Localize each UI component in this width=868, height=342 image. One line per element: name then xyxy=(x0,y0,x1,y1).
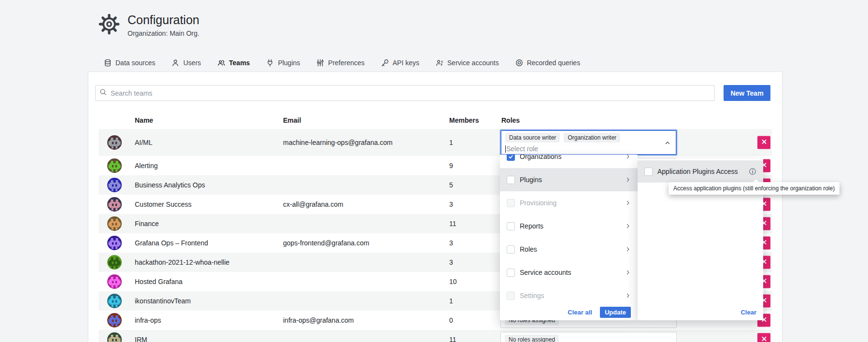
team-email: infra-ops@grafana.com xyxy=(283,316,354,324)
delete-team-button[interactable] xyxy=(757,136,770,149)
new-team-button[interactable]: New Team xyxy=(724,85,770,101)
role-group-provisioning[interactable]: Provisioning xyxy=(500,191,638,214)
checkbox[interactable] xyxy=(507,222,515,230)
search-icon xyxy=(100,88,107,98)
close-icon xyxy=(761,336,767,342)
team-name[interactable]: Alerting xyxy=(135,162,157,170)
role-group-settings[interactable]: Settings xyxy=(500,284,638,307)
team-name[interactable]: Hosted Grafana xyxy=(135,278,183,285)
team-name[interactable]: infra-ops xyxy=(135,316,161,324)
team-name[interactable]: Customer Success xyxy=(135,200,191,208)
team-name[interactable]: hackathon-2021-12-whoa-nellie xyxy=(135,258,229,266)
page-title: Configuration xyxy=(128,13,199,27)
avatar xyxy=(107,255,122,270)
role-tag: No roles assigned xyxy=(505,335,559,342)
avatar xyxy=(107,178,122,192)
search-box xyxy=(95,85,715,101)
team-members-count: 0 xyxy=(449,316,453,324)
team-members-count: 1 xyxy=(449,297,453,305)
team-members-count: 3 xyxy=(449,239,453,247)
team-members-count: 11 xyxy=(449,336,456,342)
column-header-name: Name xyxy=(135,116,153,124)
avatar xyxy=(107,313,122,328)
tab-data-sources[interactable]: Data sources xyxy=(98,54,161,71)
chevron-right-icon xyxy=(625,246,631,252)
avatar xyxy=(107,158,122,173)
avatar xyxy=(107,274,122,289)
checkbox[interactable] xyxy=(507,292,515,300)
role-picker-select[interactable]: Data source writerOrganization writer Se… xyxy=(500,130,677,155)
tab-api-keys[interactable]: API keys xyxy=(375,54,425,71)
table-row: AI/ML machine-learning-ops@grafana.com 1… xyxy=(99,129,772,156)
chevron-up-icon[interactable] xyxy=(664,140,671,148)
avatar xyxy=(107,332,122,342)
chevron-right-icon xyxy=(625,177,631,183)
checkbox[interactable] xyxy=(644,168,653,176)
info-icon[interactable] xyxy=(749,168,756,175)
column-header-roles: Roles xyxy=(501,116,520,124)
checkbox[interactable] xyxy=(507,176,515,184)
team-email: machine-learning-ops@grafana.com xyxy=(283,139,393,146)
plug-icon xyxy=(266,59,274,67)
page-header: Configuration Organization: Main Org. xyxy=(98,13,199,37)
column-header-email: Email xyxy=(283,116,301,124)
tab-users[interactable]: Users xyxy=(166,54,207,71)
role-group-reports[interactable]: Reports xyxy=(500,214,638,238)
team-email: gops-frontend@grafana.com xyxy=(283,239,369,247)
checkbox[interactable] xyxy=(507,199,515,207)
role-picker-menu: Organizations Plugins Provisioning Repor… xyxy=(500,155,638,320)
role-select-placeholder: Select role xyxy=(506,145,538,153)
user-arrows-icon xyxy=(436,59,443,67)
team-name[interactable]: IRM xyxy=(135,336,147,342)
team-members-count: 10 xyxy=(449,278,457,285)
tab-teams[interactable]: Teams xyxy=(212,54,256,71)
update-button[interactable]: Update xyxy=(600,307,631,318)
role-application-plugins-access[interactable]: Application Plugins Access xyxy=(638,160,763,183)
delete-team-button[interactable] xyxy=(757,333,770,342)
team-name[interactable]: AI/ML xyxy=(135,139,153,146)
tooltip: Access application plugins (still enforc… xyxy=(669,182,840,195)
avatar xyxy=(107,216,122,231)
checkbox[interactable] xyxy=(507,155,515,161)
chevron-right-icon xyxy=(625,223,631,229)
tab-plugins[interactable]: Plugins xyxy=(260,54,306,71)
table-header: NameEmailMembersRoles xyxy=(99,112,772,129)
role-tag: Data source writer xyxy=(505,133,560,142)
search-input[interactable] xyxy=(110,89,711,98)
avatar xyxy=(107,236,122,250)
team-name[interactable]: Finance xyxy=(135,220,159,228)
role-group-plugins[interactable]: Plugins xyxy=(500,168,638,191)
team-name[interactable]: Business Analytics Ops xyxy=(135,181,205,189)
role-group-organizations[interactable]: Organizations xyxy=(500,155,638,168)
checkbox[interactable] xyxy=(507,245,515,254)
tab-recorded-queries[interactable]: Recorded queries xyxy=(510,54,586,71)
role-group-roles[interactable]: Roles xyxy=(500,238,638,261)
column-header-members: Members xyxy=(449,116,479,124)
user-icon xyxy=(171,59,179,67)
tab-preferences[interactable]: Preferences xyxy=(311,54,370,71)
team-members-count: 3 xyxy=(449,200,453,208)
team-name[interactable]: ikonstantinovTeam xyxy=(135,297,191,305)
close-icon xyxy=(761,139,767,146)
role-picker-select[interactable]: No roles assigned xyxy=(500,332,677,342)
table-row: IRM 11 No roles assigned xyxy=(99,330,772,342)
role-group-service-accounts[interactable]: Service accounts xyxy=(500,261,638,284)
tab-service-accounts[interactable]: Service accounts xyxy=(430,54,505,71)
gear-icon xyxy=(98,13,121,36)
team-email: cx-all@grafana.com xyxy=(283,200,343,208)
page-subtitle: Organization: Main Org. xyxy=(128,29,199,37)
avatar xyxy=(107,197,122,212)
database-icon xyxy=(104,59,112,67)
team-members-count: 5 xyxy=(449,181,453,189)
role-tag: Organization writer xyxy=(564,133,620,142)
grafana-teams-page: Configuration Organization: Main Org. Da… xyxy=(0,0,868,342)
tab-bar: Data sourcesUsersTeamsPluginsPreferences… xyxy=(98,54,586,71)
team-name[interactable]: Grafana Ops – Frontend xyxy=(135,239,208,247)
clear-link[interactable]: Clear xyxy=(740,309,756,316)
clear-all-link[interactable]: Clear all xyxy=(568,309,592,316)
record-icon xyxy=(515,59,523,67)
role-submenu-list: Application Plugins Access xyxy=(638,160,763,183)
checkbox[interactable] xyxy=(507,269,515,277)
key-icon xyxy=(381,59,389,67)
role-menu-footer: Clear all Update xyxy=(500,306,638,320)
